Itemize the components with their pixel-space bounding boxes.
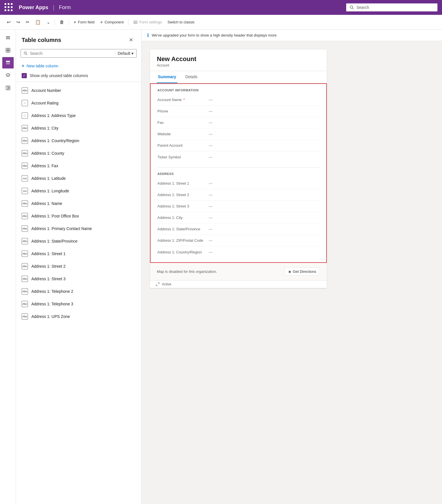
column-name-label: Address 1: Street 1 <box>31 251 66 256</box>
address-header: ADDRESS <box>157 172 319 176</box>
form-settings-button[interactable]: Form settings <box>131 18 164 26</box>
tab-details[interactable]: Details <box>184 71 199 83</box>
svg-line-1 <box>352 8 354 9</box>
label-street2: Address 1: Street 2 <box>157 193 209 197</box>
panel-search-input[interactable] <box>30 51 113 56</box>
column-name-label: Address 1: Telephone 3 <box>31 302 73 306</box>
column-item[interactable]: Abc Address 1: UPS Zone <box>16 310 141 323</box>
column-item[interactable]: □ Account Rating <box>16 97 141 109</box>
column-item[interactable]: 123 Address 1: Latitude <box>16 172 141 185</box>
notification-text: We've upgraded your form to show a high … <box>152 33 277 37</box>
column-type-icon: 123 <box>22 175 28 182</box>
column-name-label: Address 1: Country/Region <box>31 138 79 143</box>
cut-button[interactable]: ✂ <box>23 18 32 27</box>
column-item[interactable]: Abc Address 1: Telephone 2 <box>16 285 141 298</box>
new-column-label: New table column <box>27 64 58 68</box>
label-street1: Address 1: Street 1 <box>157 181 209 186</box>
account-info-header: ACCOUNT INFORMATION <box>157 88 319 92</box>
column-type-icon: Abc <box>22 87 28 94</box>
undo-button[interactable]: ↩ <box>5 18 13 27</box>
column-item[interactable]: Abc Address 1: City <box>16 122 141 134</box>
column-name-label: Address 1: Post Office Box <box>31 214 79 218</box>
cut-icon: ✂ <box>26 19 29 25</box>
column-item[interactable]: Abc Address 1: Post Office Box <box>16 210 141 222</box>
sidebar-icon-components[interactable] <box>2 82 14 94</box>
paste-button[interactable]: 📋 <box>33 18 43 27</box>
svg-rect-18 <box>8 88 10 90</box>
switch-classic-button[interactable]: Switch to classic <box>165 18 197 26</box>
column-type-icon: 123 <box>22 188 28 194</box>
column-item[interactable]: Abc Address 1: Street 3 <box>16 273 141 285</box>
switch-classic-label: Switch to classic <box>167 20 194 24</box>
form-tabs: Summary Details <box>150 71 327 83</box>
sidebar-icon-menu[interactable] <box>2 32 14 43</box>
sidebar-icon-dashboard[interactable] <box>2 45 14 56</box>
panel-search-dropdown[interactable]: Default ▾ <box>115 51 133 56</box>
dropdown-value: Default <box>118 51 130 56</box>
label-parent-account: Parent Account <box>157 143 209 148</box>
column-type-icon: Abc <box>22 276 28 282</box>
show-unused-checkbox[interactable]: ✓ <box>22 73 27 78</box>
delete-button[interactable]: 🗑 <box>57 18 66 27</box>
paste-icon: 📋 <box>35 19 41 25</box>
sidebar-icon-layers[interactable] <box>2 70 14 81</box>
hamburger-icon <box>5 35 11 40</box>
column-item[interactable]: Abc Address 1: Telephone 3 <box>16 298 141 310</box>
svg-rect-10 <box>6 51 8 52</box>
dropdown-button[interactable]: ⌄ <box>44 18 52 27</box>
column-item[interactable]: Abc Address 1: Street 2 <box>16 260 141 273</box>
label-zip: Address 1: ZIP/Postal Code <box>157 238 209 243</box>
column-item[interactable]: Abc Address 1: Street 1 <box>16 247 141 260</box>
column-type-icon: Abc <box>22 163 28 169</box>
form-title: New Account <box>157 55 320 63</box>
form-card: New Account Account Summary Details ACCO… <box>150 50 327 288</box>
global-search[interactable]: Search <box>346 3 437 11</box>
column-item[interactable]: Abc Account Number <box>16 84 141 97</box>
column-item[interactable]: Abc Address 1: State/Province <box>16 235 141 247</box>
new-column-button[interactable]: + New table column <box>16 61 141 71</box>
field-website: Website --- <box>157 128 319 140</box>
column-item[interactable]: Abc Address 1: Primary Contact Name <box>16 222 141 235</box>
column-name-label: Account Number <box>31 88 61 93</box>
delete-icon: 🗑 <box>60 20 64 25</box>
redo-icon: ↪ <box>16 19 20 25</box>
svg-line-20 <box>26 54 27 55</box>
column-item[interactable]: Abc Address 1: Name <box>16 197 141 210</box>
svg-point-19 <box>24 52 27 54</box>
search-icon <box>350 5 354 10</box>
app-subtitle: Form <box>59 5 71 11</box>
form-subtitle: Account <box>157 63 320 67</box>
panel-title: Table columns <box>22 37 61 43</box>
panel-search-box[interactable]: Default ▾ <box>21 49 137 58</box>
search-placeholder: Search <box>356 5 369 10</box>
form-field-button[interactable]: + Form field <box>71 18 97 27</box>
column-item[interactable]: □ Address 1: Address Type <box>16 109 141 122</box>
value-state: --- <box>209 227 212 231</box>
value-phone: --- <box>209 109 212 113</box>
form-field-label: Form field <box>78 20 94 24</box>
redo-button[interactable]: ↪ <box>14 18 22 27</box>
panel-search-icon <box>24 51 28 55</box>
sidebar-icon-fields[interactable] <box>2 57 14 68</box>
field-account-name: Account Name * --- <box>157 94 319 106</box>
column-item[interactable]: 123 Address 1: Longitude <box>16 185 141 197</box>
field-country: Address 1: Country/Region --- <box>157 246 319 258</box>
svg-rect-11 <box>8 51 10 52</box>
svg-rect-4 <box>133 23 137 24</box>
column-name-label: Address 1: UPS Zone <box>31 314 70 319</box>
column-item[interactable]: Abc Address 1: Fax <box>16 160 141 172</box>
field-state: Address 1: State/Province --- <box>157 223 319 235</box>
label-phone: Phone <box>157 109 209 113</box>
svg-rect-5 <box>6 36 10 37</box>
value-city: --- <box>209 215 212 220</box>
column-list: Abc Account Number □ Account Rating □ Ad… <box>16 83 141 504</box>
get-directions-button[interactable]: ◈ Get Directions <box>285 267 320 276</box>
column-item[interactable]: Abc Address 1: Country/Region <box>16 134 141 147</box>
waffle-icon[interactable] <box>5 3 13 12</box>
tab-summary[interactable]: Summary <box>157 71 177 83</box>
value-street2: --- <box>209 193 212 197</box>
column-item[interactable]: Abc Address 1: County <box>16 147 141 160</box>
component-button[interactable]: + Component <box>98 18 126 27</box>
panel-close-button[interactable]: ✕ <box>126 35 135 45</box>
show-unused-row[interactable]: ✓ Show only unused table columns <box>16 71 141 82</box>
